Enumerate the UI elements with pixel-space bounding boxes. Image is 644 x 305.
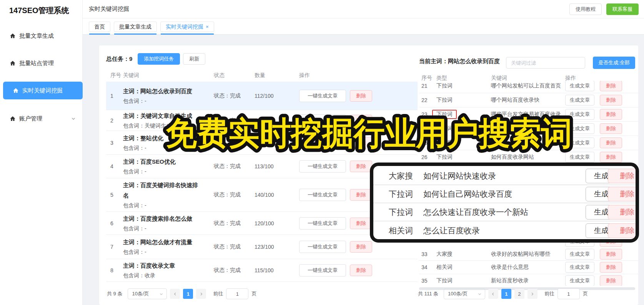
delete-button[interactable]: 删除 — [600, 81, 622, 91]
delete-button[interactable]: 删除 — [600, 137, 622, 148]
keyword-filter-field — [506, 57, 585, 69]
delete-button[interactable]: 删除 — [350, 137, 372, 149]
delete-button[interactable]: 删除 — [350, 218, 372, 229]
row-qty: 100/100 — [255, 117, 299, 124]
next-page-button[interactable] — [528, 289, 537, 299]
row-no: 22 — [419, 97, 436, 103]
prev-page-button[interactable] — [170, 289, 180, 299]
row-qty: 123/100 — [255, 244, 299, 250]
row-main-keyword: 主词：百度关键词排名快速排名 — [123, 180, 200, 201]
table-row: 33 大家搜 收录好的发帖网站有哪些 生成文章删除 — [419, 248, 638, 261]
generate-article-button[interactable]: 生成文章 — [565, 262, 594, 273]
table-row: 35 下拉词 新站百度秒收录 生成文章删除 — [419, 274, 638, 286]
sidebar-item-batch-article[interactable]: 批量文章生成 — [0, 27, 83, 44]
generate-article-button[interactable]: 生成文章 — [565, 137, 594, 148]
row-main-keyword: 主词：百度收录文章 — [123, 260, 200, 271]
home-icon — [10, 116, 16, 122]
row-type: 下拉词 — [436, 110, 491, 119]
top-header: 实时关键词挖掘 使用教程 联系客服 — [83, 0, 644, 18]
generate-article-button[interactable]: 生成文章 — [565, 95, 594, 106]
goto-page-input[interactable] — [557, 288, 580, 299]
generate-article-button[interactable]: 一键生成文章 — [299, 189, 346, 201]
generate-article-button[interactable]: 一键生成文章 — [299, 160, 346, 173]
generate-article-button[interactable]: 一键生成文章 — [299, 137, 346, 149]
delete-button[interactable]: 删除 — [600, 95, 622, 106]
table-row: 1 主词：网站怎么收录到百度包含词：- 状态：完成 112/100 一键生成文章… — [106, 82, 418, 110]
next-page-button[interactable] — [196, 289, 206, 299]
generate-filter-button[interactable]: 是否生成:全部 — [593, 57, 635, 69]
generate-article-button[interactable]: 生成文章 — [565, 243, 594, 247]
row-include: 包含词：收录 — [123, 271, 200, 280]
tab-label: 实时关键词挖掘 — [166, 23, 203, 30]
generate-article-button[interactable]: 一键生成文章 — [299, 217, 346, 230]
row-include: 包含词：- — [123, 247, 200, 257]
page-button-2[interactable]: 2 — [514, 289, 524, 299]
row-keyword: 如何让自己网站收录百度 — [423, 189, 586, 199]
keyword-filter-input[interactable] — [506, 60, 582, 66]
tab-batch-article[interactable]: 批量文章生成 — [114, 22, 157, 32]
sidebar-item-realtime-keyword[interactable]: 实时关键词挖掘 — [3, 82, 83, 99]
sidebar-item-account[interactable]: 账户管理 — [0, 110, 83, 127]
generate-article-button[interactable]: 生成文章 — [565, 152, 594, 163]
row-no: 2 — [106, 117, 123, 124]
right-table-bottom: 33 大家搜 收录好的发帖网站有哪些 生成文章删除 34 相关词 收录是什么意思… — [419, 248, 638, 286]
page-size-select[interactable]: 10条/页 — [128, 288, 167, 299]
row-include: 包含词：- — [123, 143, 200, 153]
table-row: 2 主词：关键词文章自动生成包含词：关键词生成 状态：完成 100/100 一键… — [106, 110, 418, 131]
row-type: 下拉词 — [436, 154, 491, 161]
page-size-select[interactable]: 100条/页 — [444, 288, 485, 299]
generate-article-button[interactable]: 一键生成文章 — [299, 90, 346, 102]
delete-button[interactable]: 删除 — [350, 161, 372, 172]
delete-button[interactable]: 删除 — [600, 275, 622, 286]
delete-button[interactable]: 删除 — [600, 262, 622, 273]
delete-button[interactable]: 删除 — [600, 123, 622, 134]
delete-button[interactable]: 删除 — [600, 152, 622, 163]
generate-article-button[interactable]: 一键生成文章 — [299, 241, 346, 253]
row-no: 6 — [106, 220, 123, 226]
row-type: 下拉词 — [436, 125, 491, 132]
goto-page-input[interactable] — [226, 288, 248, 299]
row-qty: 112/100 — [255, 93, 299, 99]
delete-button: 删除 — [608, 169, 639, 183]
page-button-1[interactable]: 1 — [501, 289, 511, 299]
tab-home[interactable]: 首页 — [89, 22, 110, 32]
row-keyword: 如何让网站快速收录 — [423, 171, 586, 181]
tab-realtime-keyword[interactable]: 实时关键词挖掘 × — [160, 22, 214, 32]
row-keyword: 收录好的发帖网站有哪些 — [491, 251, 565, 258]
delete-button[interactable]: 删除 — [350, 90, 372, 102]
delete-button[interactable]: 删除 — [600, 109, 622, 120]
close-icon[interactable]: × — [206, 24, 209, 30]
delete-button[interactable]: 删除 — [350, 189, 372, 201]
tab-label: 批量文章生成 — [119, 23, 151, 30]
generate-article-button[interactable]: 一键生成文章 — [299, 114, 346, 127]
page-size-value: 10条/页 — [132, 290, 159, 297]
add-task-button[interactable]: 添加挖词任务 — [138, 53, 180, 65]
sidebar-item-batch-site[interactable]: 批量站点管理 — [0, 55, 83, 72]
page-button-1[interactable]: 1 — [183, 289, 193, 299]
generate-article-button[interactable]: 生成文章 — [565, 109, 594, 120]
row-status: 状态：完成 — [214, 139, 255, 146]
sidebar-item-label: 批量站点管理 — [19, 60, 54, 67]
row-type: 大家搜 — [436, 251, 491, 258]
delete-button[interactable]: 删除 — [600, 249, 622, 260]
row-keyword: 哪个网站百度收录快 — [491, 97, 565, 104]
delete-button[interactable]: 删除 — [350, 115, 372, 126]
row-status: 状态：完成 — [214, 163, 255, 170]
row-status: 状态：完成 — [214, 220, 255, 227]
delete-button[interactable]: 删除 — [350, 265, 372, 276]
row-qty: 140/100 — [255, 192, 299, 198]
prev-page-button[interactable] — [488, 289, 498, 299]
col-no: 序号 — [106, 72, 123, 79]
contact-support-button[interactable]: 联系客服 — [606, 3, 639, 15]
delete-button[interactable]: 删除 — [600, 243, 622, 247]
generate-article-button[interactable]: 一键生成文章 — [299, 264, 346, 277]
tutorial-button[interactable]: 使用教程 — [569, 3, 602, 15]
generate-article-button[interactable]: 生成文章 — [565, 275, 594, 286]
generate-article-button[interactable]: 生成文章 — [565, 249, 594, 260]
delete-button[interactable]: 删除 — [350, 241, 372, 253]
generate-article-button[interactable]: 生成文章 — [565, 81, 594, 91]
chevron-down-icon — [478, 292, 482, 296]
generate-article-button[interactable]: 生成文章 — [565, 123, 594, 134]
row-no: 3 — [106, 140, 123, 146]
refresh-button[interactable]: 刷新 — [183, 53, 205, 65]
